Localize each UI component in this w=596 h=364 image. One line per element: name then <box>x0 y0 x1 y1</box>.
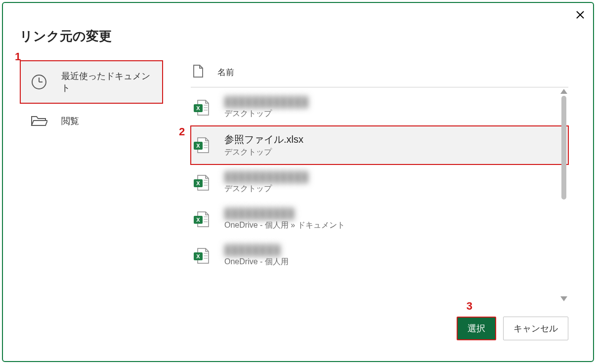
file-location: OneDrive - 個人用 <box>224 257 289 267</box>
file-row[interactable]: X ████████████ デスクトップ <box>191 89 568 126</box>
file-name: ██████████ <box>224 208 345 219</box>
file-name: 参照ファイル.xlsx <box>224 133 303 146</box>
scrollbar[interactable] <box>560 89 567 301</box>
sidebar-item-label: 閲覧 <box>61 115 79 127</box>
dialog-title: リンク元の変更 <box>20 28 112 45</box>
scroll-down-icon[interactable] <box>560 296 567 301</box>
svg-text:X: X <box>196 253 200 259</box>
list-header: 名前 <box>191 60 568 87</box>
file-name: ████████████ <box>224 96 308 108</box>
file-row[interactable]: X ████████████ デスクトップ <box>191 164 568 201</box>
change-link-source-dialog: リンク元の変更 1 2 3 最近使ったドキュメント 閲覧 <box>2 2 594 362</box>
column-header-name[interactable]: 名前 <box>217 67 234 78</box>
folder-open-icon <box>31 114 47 128</box>
scroll-up-icon[interactable] <box>560 89 567 94</box>
select-button[interactable]: 選択 <box>457 317 496 340</box>
excel-file-icon: X <box>193 210 211 228</box>
sidebar-item-recent[interactable]: 最近使ったドキュメント <box>20 60 163 104</box>
excel-file-icon: X <box>193 174 211 192</box>
cancel-button[interactable]: キャンセル <box>503 317 568 340</box>
sidebar-item-browse[interactable]: 閲覧 <box>20 104 163 138</box>
excel-file-icon: X <box>193 247 211 265</box>
svg-text:X: X <box>196 105 200 111</box>
sidebar: 最近使ったドキュメント 閲覧 <box>20 60 163 138</box>
close-icon[interactable] <box>575 10 585 20</box>
svg-text:X: X <box>196 180 200 186</box>
svg-text:X: X <box>196 217 200 223</box>
excel-file-icon: X <box>193 99 211 117</box>
annotation-2: 2 <box>179 125 185 138</box>
dialog-buttons: 選択 キャンセル <box>457 317 568 340</box>
file-row[interactable]: X ████████ OneDrive - 個人用 <box>191 238 568 274</box>
excel-file-icon: X <box>193 136 211 154</box>
file-list-panel: 名前 X ████████████ デスクト <box>191 60 568 307</box>
clock-icon <box>31 74 47 90</box>
svg-text:X: X <box>196 143 200 149</box>
scroll-thumb[interactable] <box>561 96 566 200</box>
file-location: OneDrive - 個人用 » ドキュメント <box>224 220 345 231</box>
file-name: ████████████ <box>224 171 308 183</box>
file-icon <box>193 64 204 80</box>
file-name: ████████ <box>224 244 289 256</box>
file-list: X ████████████ デスクトップ <box>191 89 568 274</box>
file-location: デスクトップ <box>224 109 308 119</box>
sidebar-item-label: 最近使ったドキュメント <box>61 70 152 94</box>
file-row[interactable]: X 参照ファイル.xlsx デスクトップ <box>191 126 568 164</box>
file-row[interactable]: X ██████████ OneDrive - 個人用 » ドキュメント <box>191 201 568 238</box>
file-location: デスクトップ <box>224 147 303 158</box>
file-location: デスクトップ <box>224 184 308 194</box>
